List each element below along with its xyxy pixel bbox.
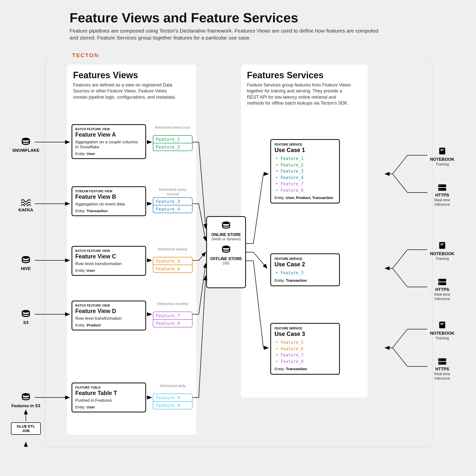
svg-rect-7 (440, 149, 444, 150)
client-https: HTTPSReal-time Inference (427, 184, 457, 207)
client-label: HTTPS (427, 367, 457, 372)
server-icon (437, 184, 447, 191)
client-sub: Training (427, 162, 457, 166)
svc-kind: FEATURE SERVICE (275, 327, 336, 330)
client-notebook: NOTEBOOKTraining (427, 241, 457, 261)
fv-name: Feature View A (75, 131, 142, 138)
fv-name: Feature View D (75, 308, 142, 315)
feature-service-2: FEATURE SERVICE Use Case 2 Feature_3 Ent… (270, 253, 340, 286)
source-label: HIVE (11, 266, 41, 271)
svc-kind: FEATURE SERVICE (275, 143, 336, 146)
views-title: Features Views (73, 70, 190, 80)
feature-item: Feature_6 (153, 265, 192, 272)
server-icon (437, 358, 447, 365)
database-icon (21, 393, 31, 402)
svg-rect-15 (440, 245, 443, 245)
client-sub: Real-time Inference (427, 372, 457, 381)
svc-entity: Entity: Transaction (275, 278, 336, 282)
fv-kind: FEATURE TABLE (75, 386, 142, 389)
svg-point-26 (439, 363, 440, 364)
feature-item: Feature_3 (276, 270, 336, 276)
svg-point-5 (22, 393, 30, 396)
svg-rect-20 (439, 322, 445, 328)
feature-item: Feature_3 (276, 168, 336, 175)
refresh-label: Refreshed every second (153, 187, 193, 196)
database-icon (21, 137, 31, 147)
source-label: S3 (11, 320, 41, 325)
svg-rect-13 (439, 242, 445, 249)
fv-name: Feature View C (75, 253, 142, 260)
feature-view-c: BATCH FEATURE VIEW Feature View C Row le… (72, 246, 146, 276)
svg-rect-14 (440, 244, 444, 244)
svg-rect-6 (439, 148, 445, 155)
fv-kind: BATCH FEATURE VIEW (75, 304, 142, 307)
svg-rect-23 (438, 358, 446, 361)
views-desc: Features are defined as a view on regist… (73, 82, 177, 100)
feature-item: Feature_8 (276, 187, 336, 194)
feature-set: Feature_1Feature_2 (153, 135, 193, 151)
client-sub: Training (427, 256, 457, 261)
feature-item: Feature_6 (276, 346, 336, 352)
refresh-label: Refreshed monthly (153, 302, 193, 306)
svg-point-19 (439, 283, 440, 284)
client-sub: Real-time Inference (427, 292, 457, 301)
client-sub: Training (427, 336, 457, 340)
svg-point-11 (439, 185, 440, 186)
client-label: NOTEBOOK (427, 251, 457, 256)
svg-point-0 (223, 221, 230, 224)
svg-point-3 (22, 256, 30, 259)
feature-item: Feature_8 (153, 319, 192, 327)
server-icon (437, 278, 447, 286)
refresh-label: Refreshed every hour (153, 125, 193, 130)
svg-point-4 (22, 310, 30, 313)
feature-store: ONLINE STORE (Redis or Dynamo) OFFLINE S… (206, 216, 246, 288)
client-https: HTTPSReal-time Inference (427, 358, 457, 381)
svc-kind: FEATURE SERVICE (275, 257, 336, 261)
fv-entity: Entity: User (75, 268, 142, 273)
feature-item: Feature_1 (153, 136, 192, 143)
fv-kind: BATCH FEATURE VIEW (75, 127, 142, 131)
source-kafka: KAFKA (11, 199, 41, 213)
svg-rect-10 (438, 188, 446, 191)
fv-entity: Entity: Product (75, 323, 142, 327)
services-desc: Feature Services group features from Fea… (247, 82, 351, 106)
svc-name: Use Case 1 (275, 147, 336, 154)
svg-rect-9 (438, 184, 446, 187)
feature-service-1: FEATURE SERVICE Use Case 1 Feature_1Feat… (270, 139, 340, 203)
feature-view-e: FEATURE TABLE Feature Table T Pushed in … (72, 383, 146, 412)
svg-point-25 (439, 359, 440, 360)
feature-item: Feature_1 (276, 156, 336, 162)
feature-item: Feature_5 (276, 339, 336, 346)
notebook-icon (438, 147, 447, 156)
database-icon (221, 221, 231, 230)
feature-item: Feature_4 (276, 175, 336, 181)
client-label: NOTEBOOK (427, 157, 457, 162)
svg-point-1 (223, 246, 230, 248)
feature-service-3: FEATURE SERVICE Use Case 3 Feature_5Feat… (270, 323, 340, 375)
svc-entity: Entity: Transaction (275, 367, 336, 371)
client-sub: Real-time Inference (427, 198, 457, 207)
svc-name: Use Case 3 (275, 331, 336, 337)
svg-rect-16 (438, 279, 446, 281)
offline-store-sub: (S3) (209, 261, 243, 265)
feature-item: Feature_2 (276, 162, 336, 168)
fv-name: Feature View B (75, 194, 142, 200)
source-label: KAFKA (11, 208, 41, 213)
client-https: HTTPSReal-time Inference (427, 278, 457, 301)
feature-item: Feature_9 (153, 394, 192, 401)
feature-view-d: BATCH FEATURE VIEW Feature View D Row le… (72, 301, 146, 330)
refresh-label: Refreshed weekly (153, 247, 193, 251)
offline-store-label: OFFLINE STORE (209, 256, 243, 261)
fv-entity: Entity: User (75, 405, 142, 409)
feature-view-b: STREAM FEATURE VIEW Feature View B Aggre… (72, 186, 146, 216)
fv-desc: Pushed in Features (75, 398, 142, 403)
feature-item: Feature_0 (153, 401, 192, 409)
svc-name: Use Case 2 (275, 261, 336, 268)
svg-rect-17 (438, 282, 446, 285)
database-icon (221, 245, 231, 254)
services-title: Features Services (247, 70, 362, 80)
notebook-icon (438, 241, 447, 250)
client-label: NOTEBOOK (427, 331, 457, 336)
feature-item: Feature_7 (276, 352, 336, 358)
client-label: HTTPS (427, 287, 457, 292)
